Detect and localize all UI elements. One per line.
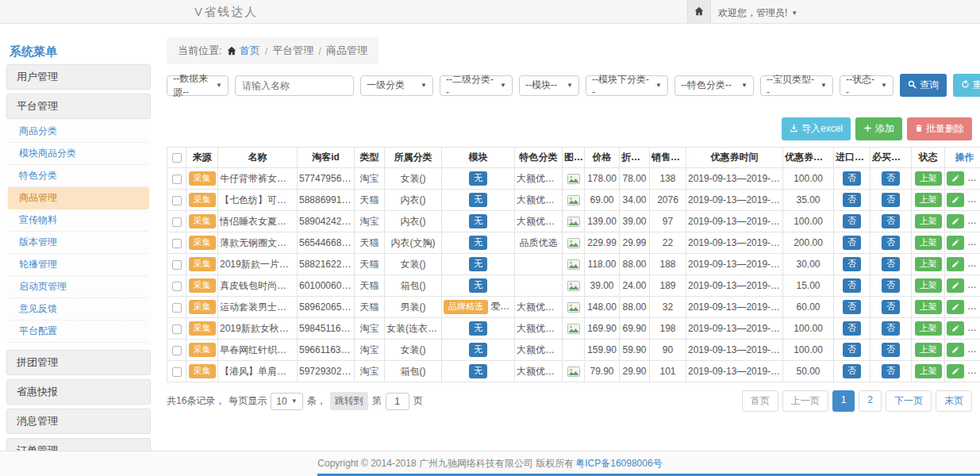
picture-icon[interactable] bbox=[567, 195, 580, 205]
filter-select[interactable]: --状态--▼ bbox=[840, 75, 894, 96]
edit-button[interactable] bbox=[947, 278, 964, 293]
module-badge[interactable]: 无 bbox=[469, 364, 487, 378]
must-buy-toggle[interactable]: 否 bbox=[882, 257, 900, 271]
breadcrumb-home-link[interactable]: 首页 bbox=[227, 44, 260, 58]
select-all-checkbox[interactable] bbox=[172, 153, 182, 163]
module-badge[interactable]: 无 bbox=[469, 278, 487, 292]
module-badge[interactable]: 无 bbox=[469, 171, 487, 185]
pager-button[interactable]: 2 bbox=[859, 390, 882, 412]
search-button[interactable]: 查询 bbox=[900, 74, 947, 97]
filter-select[interactable]: --数据来源--▼ bbox=[167, 75, 229, 96]
filter-select[interactable]: --特色分类--▼ bbox=[674, 75, 754, 96]
row-checkbox[interactable] bbox=[172, 196, 182, 205]
picture-icon[interactable] bbox=[567, 281, 580, 291]
home-shortcut-button[interactable] bbox=[687, 0, 711, 23]
sidebar-subitem[interactable]: 特色分类 bbox=[8, 165, 149, 187]
status-toggle[interactable]: 上架 bbox=[915, 214, 942, 228]
row-checkbox[interactable] bbox=[172, 239, 182, 248]
add-button[interactable]: 添加 bbox=[855, 117, 902, 140]
sidebar-item-3[interactable]: 省惠快报 bbox=[6, 379, 151, 405]
sidebar-subitem[interactable]: 宣传物料 bbox=[8, 209, 149, 232]
import-toggle[interactable]: 否 bbox=[843, 364, 861, 378]
picture-icon[interactable] bbox=[567, 174, 580, 184]
breadcrumb-item-platform[interactable]: 平台管理 bbox=[272, 44, 313, 58]
import-toggle[interactable]: 否 bbox=[843, 257, 861, 271]
import-toggle[interactable]: 否 bbox=[843, 171, 861, 185]
picture-icon[interactable] bbox=[567, 302, 580, 313]
sidebar-subitem[interactable]: 意见反馈 bbox=[8, 298, 149, 321]
picture-icon[interactable] bbox=[567, 217, 580, 227]
edit-button[interactable] bbox=[947, 300, 964, 314]
sidebar-item-2[interactable]: 拼团管理 bbox=[6, 350, 151, 375]
sidebar-subitem[interactable]: 商品管理 bbox=[8, 187, 149, 209]
status-toggle[interactable]: 上架 bbox=[915, 193, 942, 206]
sidebar-item-4[interactable]: 消息管理 bbox=[6, 409, 151, 434]
import-toggle[interactable]: 否 bbox=[843, 236, 861, 249]
status-toggle[interactable]: 上架 bbox=[915, 257, 942, 271]
filter-select[interactable]: --模块下分类--▼ bbox=[586, 75, 668, 96]
import-toggle[interactable]: 否 bbox=[843, 343, 861, 356]
status-toggle[interactable]: 上架 bbox=[915, 364, 942, 378]
module-badge[interactable]: 无 bbox=[469, 321, 487, 335]
per-page-select[interactable]: 10 ▼ bbox=[271, 393, 302, 410]
edit-button[interactable] bbox=[947, 236, 964, 250]
picture-icon[interactable] bbox=[567, 367, 580, 377]
module-badge[interactable]: 品牌精选 bbox=[444, 300, 488, 313]
status-toggle[interactable]: 上架 bbox=[915, 321, 942, 335]
filter-select[interactable]: --宝贝类型--▼ bbox=[760, 75, 833, 96]
pager-button[interactable]: 上一页 bbox=[782, 390, 828, 412]
icp-link[interactable]: 粤ICP备16098006号 bbox=[575, 457, 662, 470]
row-checkbox[interactable] bbox=[172, 367, 182, 377]
bulk-delete-button[interactable]: 批量删除 bbox=[907, 117, 972, 140]
pager-button[interactable]: 末页 bbox=[936, 390, 972, 412]
must-buy-toggle[interactable]: 否 bbox=[882, 193, 900, 206]
row-checkbox[interactable] bbox=[172, 260, 182, 270]
row-checkbox[interactable] bbox=[172, 346, 182, 355]
module-badge[interactable]: 无 bbox=[469, 214, 487, 228]
sidebar-subitem[interactable]: 商品分类 bbox=[8, 121, 149, 143]
pager-button[interactable]: 首页 bbox=[742, 390, 778, 412]
status-toggle[interactable]: 上架 bbox=[915, 300, 942, 313]
sidebar-subitem[interactable]: 轮播管理 bbox=[8, 254, 149, 276]
import-toggle[interactable]: 否 bbox=[843, 300, 861, 313]
jump-page-input[interactable] bbox=[386, 393, 409, 410]
row-checkbox[interactable] bbox=[172, 282, 182, 291]
status-toggle[interactable]: 上架 bbox=[915, 343, 942, 356]
picture-icon[interactable] bbox=[567, 324, 580, 334]
module-badge[interactable]: 无 bbox=[469, 257, 487, 271]
import-toggle[interactable]: 否 bbox=[843, 321, 861, 335]
picture-icon[interactable] bbox=[567, 259, 580, 270]
must-buy-toggle[interactable]: 否 bbox=[882, 321, 900, 335]
picture-icon[interactable] bbox=[567, 238, 580, 248]
sidebar-subitem[interactable]: 平台配置 bbox=[8, 321, 149, 343]
row-checkbox[interactable] bbox=[172, 303, 182, 313]
filter-select[interactable]: --二级分类--▼ bbox=[440, 75, 513, 96]
import-toggle[interactable]: 否 bbox=[843, 193, 861, 206]
sidebar-item-0[interactable]: 用户管理 bbox=[6, 64, 151, 90]
pager-button[interactable]: 1 bbox=[832, 390, 855, 412]
module-badge[interactable]: 无 bbox=[469, 343, 487, 356]
filter-select[interactable]: 一级分类▼ bbox=[360, 75, 433, 96]
reset-button[interactable]: 重置 bbox=[953, 74, 980, 97]
import-toggle[interactable]: 否 bbox=[843, 214, 861, 228]
module-badge[interactable]: 无 bbox=[469, 236, 487, 249]
status-toggle[interactable]: 上架 bbox=[915, 171, 942, 185]
sidebar-item-1[interactable]: 平台管理 bbox=[6, 94, 151, 119]
jump-button[interactable]: 跳转到 bbox=[330, 392, 368, 410]
edit-button[interactable] bbox=[947, 257, 964, 271]
pager-button[interactable]: 下一页 bbox=[886, 390, 932, 412]
must-buy-toggle[interactable]: 否 bbox=[882, 343, 900, 356]
import-toggle[interactable]: 否 bbox=[843, 278, 861, 292]
row-checkbox[interactable] bbox=[172, 217, 182, 227]
must-buy-toggle[interactable]: 否 bbox=[882, 300, 900, 313]
edit-button[interactable] bbox=[947, 214, 964, 228]
must-buy-toggle[interactable]: 否 bbox=[882, 171, 900, 185]
must-buy-toggle[interactable]: 否 bbox=[882, 236, 900, 249]
search-name-input[interactable] bbox=[235, 75, 354, 96]
edit-button[interactable] bbox=[947, 193, 964, 207]
user-menu[interactable]: 欢迎您，管理员! ▼ bbox=[718, 6, 797, 20]
status-toggle[interactable]: 上架 bbox=[915, 278, 942, 292]
must-buy-toggle[interactable]: 否 bbox=[882, 364, 900, 378]
edit-button[interactable] bbox=[947, 343, 964, 357]
edit-button[interactable] bbox=[947, 171, 964, 186]
